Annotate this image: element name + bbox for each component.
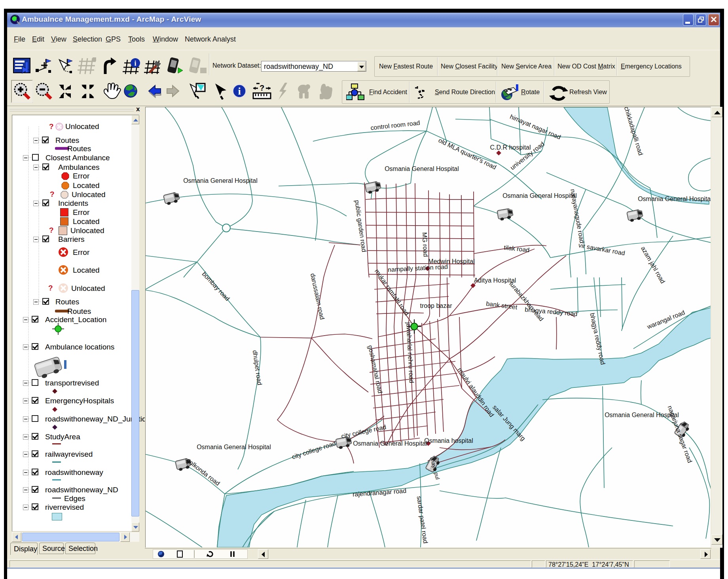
svg-text:Osmania General Hospital: Osmania General Hospital [605, 412, 679, 418]
svg-text:Osmania General Hospital: Osmania General Hospital [385, 165, 459, 172]
svg-text:troop bazar: troop bazar [420, 302, 453, 309]
svg-text:i: i [238, 85, 241, 97]
svg-text:Osmania General Hospital: Osmania General Hospital [197, 444, 271, 450]
svg-text:Osmania General Hospital: Osmania General Hospital [353, 440, 427, 447]
svg-text:Osmania hospital: Osmania hospital [424, 437, 473, 444]
svg-text:Osmania General Hospital: Osmania General Hospital [183, 177, 258, 184]
svg-text:?: ? [260, 84, 264, 92]
svg-text:Osmania General Hospital: Osmania General Hospital [502, 192, 577, 199]
svg-text:MG road: MG road [421, 232, 429, 257]
svg-text:C.D.R hospital: C.D.R hospital [490, 144, 531, 151]
svg-text:Osmania General Hospital: Osmania General Hospital [638, 196, 711, 202]
svg-text:i: i [134, 59, 136, 67]
